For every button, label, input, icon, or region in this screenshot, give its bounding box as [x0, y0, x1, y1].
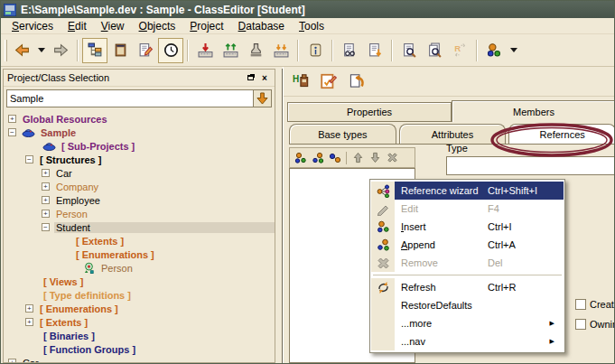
- menu-edit[interactable]: Edit: [61, 19, 94, 33]
- checkbox-create[interactable]: Creat: [575, 297, 615, 311]
- move-up-button[interactable]: [350, 150, 366, 165]
- tree-item-student-enumerations[interactable]: [ Enumerations ]: [4, 247, 275, 261]
- menu-item-edit[interactable]: Edit F4: [371, 200, 564, 218]
- tree-item-global-resources[interactable]: + Global Resources: [4, 112, 275, 126]
- back-button[interactable]: [9, 38, 34, 63]
- expand-icon[interactable]: +: [42, 182, 50, 191]
- tree-item-company[interactable]: + Company: [4, 180, 275, 193]
- tree-item-person[interactable]: + Person: [4, 207, 275, 220]
- menu-item-refresh[interactable]: Refresh Ctrl+R: [371, 278, 564, 296]
- expand-icon[interactable]: +: [25, 304, 33, 313]
- tab-properties[interactable]: Properties: [287, 102, 452, 122]
- close-panel-button[interactable]: ×: [258, 72, 271, 84]
- clock-button[interactable]: [158, 38, 183, 63]
- find-document-button[interactable]: [396, 38, 422, 63]
- reference-wizard-button[interactable]: [327, 150, 342, 165]
- tree-item-employee[interactable]: + Employee: [4, 193, 275, 207]
- append-reference-button[interactable]: [310, 150, 325, 165]
- svg-text:H: H: [293, 74, 299, 84]
- collapse-icon[interactable]: −: [25, 155, 33, 163]
- tree-item-car[interactable]: + Car: [4, 166, 275, 180]
- save-document-button[interactable]: [362, 38, 387, 63]
- remove-button[interactable]: [385, 150, 400, 165]
- export-button[interactable]: [218, 38, 243, 63]
- menu-view[interactable]: View: [94, 19, 132, 33]
- objects-button[interactable]: [481, 38, 507, 63]
- menu-item-reference-wizard[interactable]: Reference wizard Ctrl+Shift+I: [371, 182, 564, 200]
- float-panel-button[interactable]: [244, 72, 256, 84]
- repository-button[interactable]: [107, 38, 133, 63]
- class-tree-icon: [88, 42, 103, 58]
- tree-item-car-root[interactable]: + Car: [4, 356, 275, 362]
- edit-properties-button[interactable]: [318, 70, 340, 92]
- tree-item-sub-projects[interactable]: [ Sub-Projects ]: [4, 139, 275, 153]
- tree-item-enumerations[interactable]: + [ Enumerations ]: [4, 302, 275, 315]
- clock-icon: [163, 42, 179, 58]
- refresh-references-button[interactable]: R: [447, 38, 472, 63]
- append-reference-icon: [371, 236, 395, 254]
- expand-icon[interactable]: +: [42, 210, 50, 218]
- project-combo-dropdown[interactable]: [253, 89, 272, 107]
- panel-splitter[interactable]: [275, 69, 283, 363]
- menu-objects[interactable]: Objects: [132, 19, 183, 33]
- insert-reference-button[interactable]: [293, 150, 308, 165]
- expand-icon[interactable]: +: [25, 318, 33, 326]
- forward-button[interactable]: [48, 38, 73, 63]
- menu-item-remove[interactable]: Remove Del: [371, 254, 564, 272]
- checkbox-owning[interactable]: Ownin: [575, 317, 615, 331]
- move-down-button[interactable]: [368, 150, 383, 165]
- menu-services[interactable]: Services: [5, 19, 61, 33]
- tree-item-structures[interactable]: − [ Structures ]: [4, 153, 275, 166]
- tree-item-views[interactable]: [ Views ]: [4, 275, 275, 288]
- tree-item-extents[interactable]: + [ Extents ]: [4, 315, 275, 329]
- checkbox-icon[interactable]: [575, 299, 586, 310]
- collapse-icon[interactable]: −: [8, 128, 16, 136]
- check-document-button[interactable]: [337, 38, 362, 63]
- type-field[interactable]: [446, 156, 615, 175]
- tree-item-sample[interactable]: − Sample: [4, 126, 275, 139]
- menu-item-more[interactable]: ...more ▶: [371, 314, 564, 332]
- checkbox-icon[interactable]: [575, 319, 586, 330]
- submenu-arrow-icon: ▶: [550, 320, 554, 327]
- script-info-button[interactable]: [303, 38, 328, 63]
- expand-icon[interactable]: +: [8, 115, 16, 123]
- project-combo-input[interactable]: [6, 89, 253, 107]
- back-history-dropdown[interactable]: [34, 38, 48, 63]
- expand-icon[interactable]: +: [8, 359, 16, 362]
- menu-item-restore-defaults[interactable]: RestoreDefaults: [371, 296, 564, 314]
- toolbar-grip[interactable]: [5, 40, 7, 61]
- objects-dropdown-icon: [510, 48, 517, 52]
- toolbar-separator: [476, 40, 478, 61]
- history-button[interactable]: H: [291, 70, 312, 92]
- expand-icon[interactable]: +: [42, 196, 50, 204]
- tree-item-type-definitions[interactable]: [ Type definitions ]: [4, 288, 275, 302]
- objects-dropdown[interactable]: [507, 38, 520, 63]
- collapse-icon[interactable]: −: [42, 223, 50, 231]
- remove-icon: [387, 152, 398, 163]
- menu-item-append[interactable]: Append Ctrl+A: [371, 236, 564, 254]
- tree-item-binaries[interactable]: [ Binaries ]: [4, 329, 275, 342]
- import-all-button[interactable]: [268, 38, 294, 63]
- expand-icon[interactable]: +: [42, 169, 50, 177]
- stamp-button[interactable]: [243, 38, 268, 63]
- tab-references[interactable]: Refernces: [508, 124, 615, 145]
- menu-tools[interactable]: Tools: [292, 19, 331, 33]
- tree-item-function-groups[interactable]: [ Function Groups ]: [4, 342, 275, 356]
- tab-attributes[interactable]: Attributes: [399, 124, 507, 145]
- class-tree-button[interactable]: [82, 38, 107, 63]
- tree-item-student-extents[interactable]: [ Extents ]: [4, 234, 275, 247]
- import-button[interactable]: [192, 38, 218, 63]
- menu-item-nav[interactable]: ...nav ▶: [371, 332, 564, 350]
- menu-project[interactable]: Project: [182, 19, 230, 33]
- revert-button[interactable]: [345, 70, 367, 92]
- reference-wizard-icon: [329, 152, 341, 164]
- tab-base-types[interactable]: Base types: [289, 124, 396, 145]
- menu-database[interactable]: Database: [231, 19, 292, 33]
- tab-members[interactable]: Members: [452, 100, 615, 122]
- tree-item-student-person[interactable]: Person: [4, 261, 275, 275]
- tree-item-student[interactable]: − Student: [4, 220, 275, 234]
- menu-item-insert[interactable]: Insert Ctrl+I: [371, 218, 564, 236]
- toolbar-separator: [331, 40, 333, 61]
- edit-document-button[interactable]: [133, 38, 158, 63]
- find-documents-button[interactable]: [422, 38, 447, 63]
